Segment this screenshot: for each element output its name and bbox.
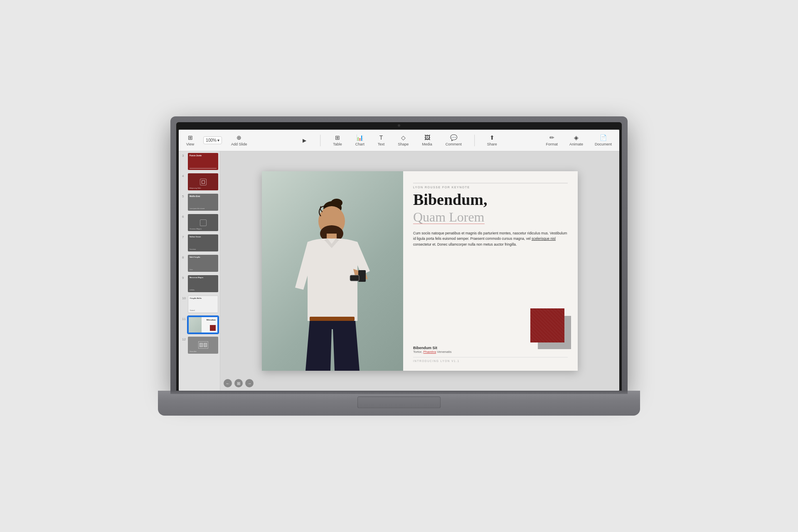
zoom-chevron: ▾ [217,138,219,143]
text-label: Text [378,142,385,146]
comment-button[interactable]: 💬 Comment [443,133,464,148]
slide-number-7: 7 [182,234,186,239]
slides-panel[interactable]: 3 Fusce Justo 4 [179,151,220,391]
svg-rect-5 [358,270,366,282]
document-label: Document [595,142,612,146]
slide-subtitle: Quam Lorem [413,209,485,225]
thumb-title-5: Mollis Erat [190,195,217,197]
slide-thumb-3: Fusce Justo [188,153,218,170]
thumb-text-11: Bibendum [207,319,216,321]
play-button[interactable] [298,135,310,146]
grid-view-button[interactable]: ⊞ [234,379,243,387]
screen: ⊞ View 100% ▾ ⊕ Add Slide [179,130,619,391]
slide-number-3: 3 [182,153,186,158]
slide-number-5: 5 [182,194,186,198]
shape-icon: ◇ [401,134,406,141]
author-link: Pharetra [423,350,436,354]
divider [320,135,320,146]
thumb-red-square-11 [210,325,216,331]
slide-number-9: 9 [182,275,186,280]
canvas-area[interactable]: LYON ROUSSE FOR KEYNOTE Bibendum, Quam L… [220,151,619,391]
thumb-title-8: Nibh Fringilla [190,256,217,258]
laptop-hinge [170,391,628,394]
add-slide-button[interactable]: ⊕ Add Slide [229,133,250,148]
slide-content-area: LYON ROUSSE FOR KEYNOTE Bibendum, Quam L… [403,171,578,371]
bottom-controls: ← ⊞ → [224,379,254,387]
thumb-text-10: Euismod [190,310,216,311]
thumb-text-8: Tortor [190,269,217,271]
view-button[interactable]: ⊞ View [184,133,197,148]
slide-title: Bibendum, [413,191,568,209]
format-label: Format [546,142,558,146]
slide-thumb-11: Bibendum [188,316,218,333]
format-button[interactable]: ✏ Format [543,133,560,148]
slide-thumb-5: Mollis Erat Lorem ipsum dolor sit amet [188,194,218,211]
decoration-squares [530,308,568,346]
slide-item-8[interactable]: 8 Nibh Fringilla Tortor [179,253,220,273]
thumb-text-5: Lorem ipsum dolor sit amet [190,208,217,209]
chart-button[interactable]: 📊 Chart [353,133,367,148]
slide-number-11: 11 [182,316,186,321]
format-icon: ✏ [549,134,554,141]
document-button[interactable]: 📄 Document [592,133,614,148]
prev-slide-button[interactable]: ← [224,379,232,387]
media-label: Media [422,142,432,146]
slide-item-4[interactable]: 4 Adipiscing Nibh [179,172,220,192]
slide-item-3[interactable]: 3 Fusce Justo [179,151,220,172]
thumb-icon-12 [198,341,208,349]
slide-number-4: 4 [182,173,186,178]
animate-button[interactable]: ◈ Animate [567,133,586,148]
svg-rect-7 [350,275,359,281]
table-button[interactable]: ⊞ Table [330,133,345,148]
author-sub: Tortor, Pharetra Venenatis [413,350,568,354]
slide-item-7[interactable]: 7 Nullam Ornare Fermentum [179,233,220,253]
slide-item-10[interactable]: 10 Fringilla Mollis Euismod [179,294,220,314]
slide-thumb-6: Vivamus Magna [188,214,218,231]
share-icon: ⬆ [490,134,495,141]
view-icon: ⊞ [188,134,193,141]
toolbar-right: ✏ Format ◈ Animate 📄 Document [543,133,614,148]
next-slide-button[interactable]: → [245,379,254,387]
slide-body: Cum sociis natoque penatibus et magnis d… [413,231,568,248]
animate-icon: ◈ [574,134,579,141]
slide-thumb-4: Adipiscing Nibh [188,173,218,190]
slide-item-12[interactable]: 12 Ultrices Ante [179,335,220,355]
share-button[interactable]: ⬆ Share [485,133,500,148]
current-slide[interactable]: LYON ROUSSE FOR KEYNOTE Bibendum, Quam L… [262,171,578,371]
thumb-text-4: Adipiscing Nibh [190,187,217,189]
thumb-text-9: Sit Mollis [190,289,217,291]
slide-image-area [262,171,403,371]
thumb-text-6: Vivamus Magna [190,228,217,230]
person-image [262,171,403,371]
toolbar-left: ⊞ View 100% ▾ ⊕ Add Slide [184,133,249,148]
slide-item-5[interactable]: 5 Mollis Erat Lorem ipsum dolor sit amet [179,192,220,212]
thumb-title-10: Fringilla Mollis [190,297,216,299]
trackpad [357,397,441,408]
camera [398,124,400,127]
add-slide-icon: ⊕ [236,134,241,141]
slide-item-6[interactable]: 6 Vivamus Magna [179,212,220,233]
zoom-value: 100% [206,138,217,143]
thumb-title-7: Nullam Ornare [190,236,217,238]
toolbar-center: ⊞ Table 📊 Chart T Text [298,133,500,148]
text-button[interactable]: T Text [375,133,387,148]
table-icon: ⊞ [335,134,340,141]
media-button[interactable]: 🖼 Media [419,133,435,148]
shape-button[interactable]: ◇ Shape [395,133,411,148]
table-label: Table [333,142,342,146]
slide-item-11[interactable]: 11 Bibendum [179,315,220,335]
slide-number-6: 6 [182,214,186,219]
chart-label: Chart [355,142,365,146]
svg-rect-6 [310,317,355,321]
slide-thumb-7: Nullam Ornare Fermentum [188,234,218,251]
zoom-control[interactable]: 100% ▾ [203,136,222,144]
slide-thumb-9: Maecenas Magna Sit Mollis [188,275,218,292]
thumb-text-7: Fermentum [190,249,217,250]
slide-thumb-10: Fringilla Mollis Euismod [188,296,218,313]
introducing-label: INTRODUCING LYON V1.1 [413,357,568,362]
comment-icon: 💬 [450,134,457,141]
thumb-icon-6 [200,219,207,226]
laptop-frame: ⊞ View 100% ▾ ⊕ Add Slide [170,116,628,416]
slide-item-9[interactable]: 9 Maecenas Magna Sit Mollis [179,273,220,294]
divider2 [474,135,475,146]
